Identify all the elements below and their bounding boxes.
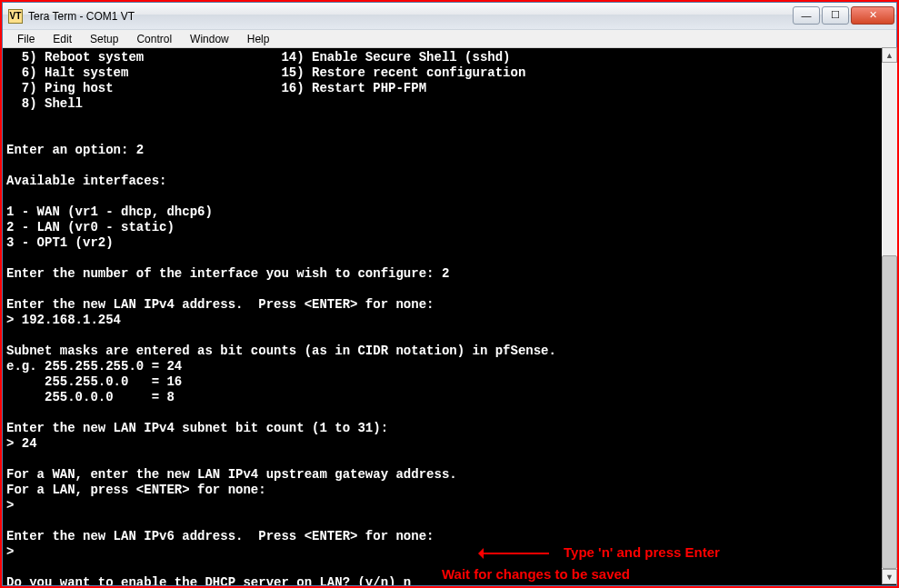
terminal-line: > [6, 544, 14, 559]
minimize-button[interactable]: — [793, 6, 820, 25]
menu-file[interactable]: File [8, 31, 44, 47]
terminal-line: For a WAN, enter the new LAN IPv4 upstre… [6, 467, 457, 482]
menu-setup[interactable]: Setup [81, 31, 127, 47]
terminal-line: Enter the number of the interface you wi… [6, 266, 449, 281]
annotation-wait: Wait for changes to be saved [442, 566, 630, 582]
terminal-line: 1 - WAN (vr1 - dhcp, dhcp6) [6, 204, 213, 219]
terminal-line: For a LAN, press <ENTER> for none: [6, 483, 266, 497]
terminal-line: 255.0.0.0 = 8 [6, 390, 175, 404]
scroll-track[interactable] [882, 63, 897, 569]
app-icon: VT [8, 9, 23, 24]
menu-help[interactable]: Help [238, 31, 279, 47]
terminal-line: Enter an option: 2 [6, 143, 144, 157]
terminal-line: 7) Ping host 16) Restart PHP-FPM [6, 81, 426, 95]
window-buttons: — ☐ ✕ [791, 6, 894, 26]
scroll-thumb[interactable] [882, 255, 897, 569]
terminal-line: 2 - LAN (vr0 - static) [6, 220, 175, 234]
terminal-line: Enter the new LAN IPv4 subnet bit count … [6, 421, 388, 435]
terminal-line: 255.255.0.0 = 16 [6, 374, 182, 389]
terminal-line: 3 - OPT1 (vr2) [6, 235, 114, 250]
terminal-line: 8) Shell [6, 96, 83, 111]
scroll-up-button[interactable]: ▲ [882, 47, 897, 63]
maximize-button[interactable]: ☐ [822, 6, 849, 25]
menu-edit[interactable]: Edit [44, 31, 81, 47]
titlebar[interactable]: VT Tera Term - COM1 VT — ☐ ✕ [3, 3, 896, 30]
terminal-line: > 192.168.1.254 [6, 313, 121, 327]
annotation-text: Type 'n' and press Enter [564, 544, 720, 560]
menubar: File Edit Setup Control Window Help [3, 30, 896, 48]
terminal-line: Enter the new LAN IPv4 address. Press <E… [6, 297, 434, 312]
terminal-line: 6) Halt system 15) Restore recent config… [6, 65, 525, 80]
terminal-line: Enter the new LAN IPv6 address. Press <E… [6, 529, 434, 543]
terminal-line: Subnet masks are entered as bit counts (… [6, 344, 556, 358]
terminal-line: > [6, 498, 14, 513]
annotation-type-n: Type 'n' and press Enter [484, 544, 884, 560]
window-title: Tera Term - COM1 VT [28, 10, 791, 23]
scroll-down-button[interactable]: ▼ [882, 569, 897, 584]
close-button[interactable]: ✕ [851, 6, 894, 25]
terminal-line: Available interfaces: [6, 174, 166, 188]
terminal-line: 5) Reboot system 14) Enable Secure Shell… [6, 50, 511, 65]
app-window: VT Tera Term - COM1 VT — ☐ ✕ File Edit S… [2, 2, 897, 586]
terminal[interactable]: 5) Reboot system 14) Enable Secure Shell… [3, 48, 896, 585]
menu-window[interactable]: Window [181, 31, 238, 47]
terminal-line: > 24 [6, 436, 37, 451]
terminal-line: Do you want to enable the DHCP server on… [6, 575, 411, 585]
menu-control[interactable]: Control [127, 31, 181, 47]
arrow-left-icon [484, 553, 549, 554]
terminal-line: e.g. 255.255.255.0 = 24 [6, 359, 182, 374]
scrollbar[interactable]: ▲ ▼ [882, 47, 897, 584]
